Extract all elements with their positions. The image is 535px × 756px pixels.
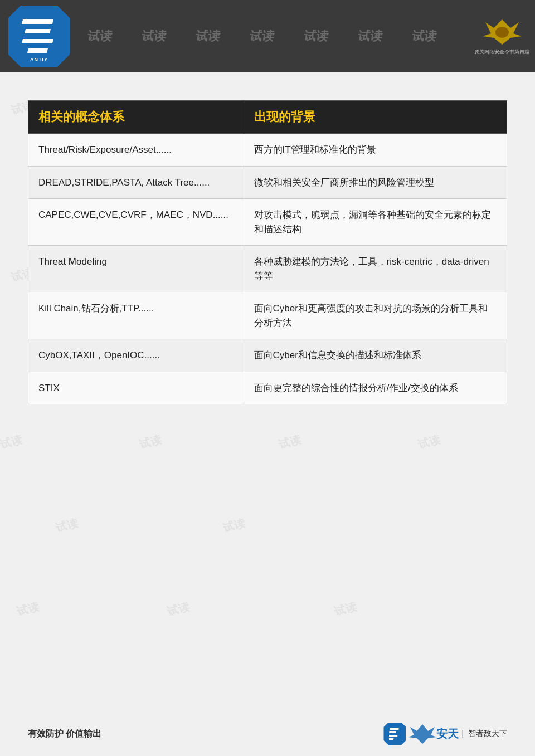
header-wm-1: 试读 <box>86 28 113 45</box>
table-row: STIX面向更完整的综合性的情报分析/作业/交换的体系 <box>28 372 507 404</box>
table-cell-right-4: 面向Cyber和更高强度的攻击和对抗的场景的分析工具和分析方法 <box>244 292 507 339</box>
header-wm-3: 试读 <box>194 28 221 45</box>
table-header-col1: 相关的概念体系 <box>28 101 244 134</box>
table-cell-left-6: STIX <box>28 372 244 404</box>
table-cell-right-5: 面向Cyber和信息交换的描述和标准体系 <box>244 339 507 372</box>
footer: 有效防护 价值输出 安天 | 智者敌天下 <box>0 723 535 745</box>
footer-logo-icon <box>383 723 406 745</box>
table-cell-right-3: 各种威胁建模的方法论，工具，risk-centric，data-driven等等 <box>244 246 507 292</box>
table-row: DREAD,STRIDE,PASTA, Attack Tree......微软和… <box>28 166 507 199</box>
eagle-icon <box>480 17 524 47</box>
header-wm-6: 试读 <box>357 28 384 45</box>
page-wm-18: 试读 <box>138 432 163 452</box>
table-row: Threat/Risk/Exposure/Asset......西方的IT管理和… <box>28 134 507 167</box>
table-row: CAPEC,CWE,CVE,CVRF，MAEC，NVD......对攻击模式，脆… <box>28 199 507 246</box>
header-wm-5: 试读 <box>302 28 329 45</box>
table-cell-right-6: 面向更完整的综合性的情报分析/作业/交换的体系 <box>244 372 507 404</box>
footer-left-text: 有效防护 价值输出 <box>28 728 101 740</box>
header: ANTIY 试读 试读 试读 试读 试读 试读 试读 要关网络安全令书第四篇 <box>0 0 535 72</box>
page-wm-21: 试读 <box>54 515 80 535</box>
page-wm-23: 试读 <box>15 599 41 619</box>
page-wm-17: 试读 <box>0 432 24 452</box>
page-wm-22: 试读 <box>221 515 247 535</box>
table-cell-left-3: Threat Modeling <box>28 246 244 292</box>
table-cell-right-2: 对攻击模式，脆弱点，漏洞等各种基础的安全元素的标定和描述结构 <box>244 199 507 246</box>
footer-brand-name: 安天 <box>436 726 459 742</box>
footer-brand-subtitle: | 智者敌天下 <box>461 729 507 739</box>
table-row: Kill Chain,钻石分析,TTP......面向Cyber和更高强度的攻击… <box>28 292 507 339</box>
svg-rect-5 <box>389 738 393 740</box>
svg-rect-2 <box>390 728 400 730</box>
table-cell-right-0: 西方的IT管理和标准化的背景 <box>244 134 507 167</box>
table-row: Threat Modeling各种威胁建模的方法论，工具，risk-centri… <box>28 246 507 292</box>
main-table: 相关的概念体系 出现的背景 Threat/Risk/Exposure/Asset… <box>28 100 507 404</box>
header-wm-4: 试读 <box>248 28 275 45</box>
page-wm-19: 试读 <box>277 432 303 452</box>
table-cell-right-1: 微软和相关安全厂商所推出的风险管理模型 <box>244 166 507 199</box>
main-content: 相关的概念体系 出现的背景 Threat/Risk/Exposure/Asset… <box>0 72 535 416</box>
table-cell-left-0: Threat/Risk/Exposure/Asset...... <box>28 134 244 167</box>
header-watermarks: 试读 试读 试读 试读 试读 试读 试读 <box>0 0 535 72</box>
svg-rect-4 <box>389 735 398 737</box>
page-wm-24: 试读 <box>166 599 191 619</box>
footer-right: 安天 | 智者敌天下 <box>383 723 507 745</box>
header-wm-7: 试读 <box>411 28 438 45</box>
table-cell-left-4: Kill Chain,钻石分析,TTP...... <box>28 292 244 339</box>
footer-eagle-icon <box>408 723 436 745</box>
table-cell-left-2: CAPEC,CWE,CVE,CVRF，MAEC，NVD...... <box>28 199 244 246</box>
table-cell-left-1: DREAD,STRIDE,PASTA, Attack Tree...... <box>28 166 244 199</box>
header-right-logo: 要关网络安全令书第四篇 <box>474 17 529 56</box>
table-header-col2: 出现的背景 <box>244 101 507 134</box>
header-wm-2: 试读 <box>140 28 167 45</box>
table-row: CybOX,TAXII，OpenIOC......面向Cyber和信息交换的描述… <box>28 339 507 372</box>
page-wm-20: 试读 <box>416 432 442 452</box>
table-cell-left-5: CybOX,TAXII，OpenIOC...... <box>28 339 244 372</box>
page-wm-25: 试读 <box>333 599 358 619</box>
svg-rect-3 <box>390 731 397 733</box>
right-logo-subtitle: 要关网络安全令书第四篇 <box>474 48 529 56</box>
svg-point-1 <box>495 27 509 38</box>
svg-marker-6 <box>408 724 436 744</box>
